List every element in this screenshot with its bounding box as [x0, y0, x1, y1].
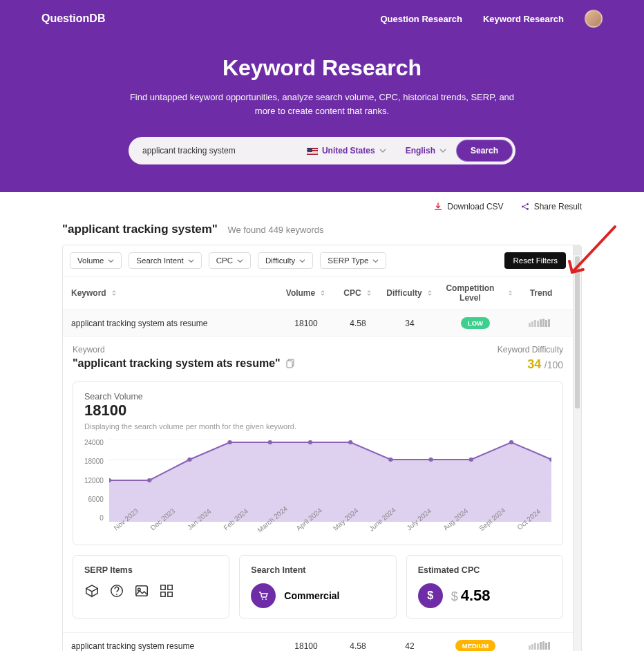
filter-serp-type[interactable]: SERP Type: [320, 252, 386, 269]
chevron-down-icon: [299, 258, 305, 264]
search-bar: United States English Search: [129, 137, 515, 164]
scrollbar[interactable]: [573, 245, 581, 651]
search-input[interactable]: [142, 146, 297, 155]
share-result-button[interactable]: Share Result: [520, 202, 582, 211]
cell-trend: [513, 640, 569, 651]
trend-sparkline-icon: [529, 317, 553, 327]
svg-point-28: [509, 440, 513, 444]
svg-rect-3: [529, 323, 531, 327]
svg-point-27: [468, 457, 473, 462]
chevron-down-icon: [379, 147, 386, 154]
svg-point-19: [147, 478, 151, 482]
country-label: United States: [322, 146, 375, 155]
nav-question-research[interactable]: Question Research: [380, 14, 462, 24]
copy-icon[interactable]: [286, 359, 296, 368]
col-keyword[interactable]: Keyword: [71, 288, 278, 298]
cell-volume: 18100: [278, 319, 334, 328]
svg-point-24: [348, 440, 352, 444]
download-label: Download CSV: [447, 202, 503, 211]
chevron-down-icon: [372, 258, 379, 264]
share-label: Share Result: [534, 202, 582, 211]
competition-badge: LOW: [461, 317, 490, 329]
svg-rect-5: [534, 320, 536, 327]
svg-rect-35: [168, 585, 172, 589]
svg-rect-9: [545, 320, 547, 327]
results-count: We found 449 keywords: [227, 225, 323, 235]
serp-items-card: SERP Items: [73, 555, 229, 619]
chevron-down-icon: [439, 147, 446, 154]
country-select[interactable]: United States: [297, 146, 396, 155]
cart-icon: [251, 583, 276, 608]
chart-y-axis: 24000180001200060000: [84, 439, 109, 522]
dollar-icon: $: [418, 583, 443, 608]
sv-value: 18100: [84, 402, 551, 419]
scroll-thumb[interactable]: [575, 256, 580, 408]
sort-icon: [319, 290, 326, 296]
cpc-value: $4.58: [451, 587, 491, 605]
filter-volume[interactable]: Volume: [70, 252, 122, 269]
search-button[interactable]: Search: [456, 140, 513, 162]
result-actions: Download CSV Share Result: [0, 192, 644, 216]
svg-rect-4: [531, 321, 533, 327]
scroll-up-icon[interactable]: [574, 245, 581, 255]
svg-rect-6: [537, 321, 539, 327]
col-difficulty[interactable]: Difficulty: [382, 288, 437, 298]
svg-point-39: [265, 598, 267, 600]
expanded-kw-value: "applicant tracking system ats resume": [73, 357, 296, 370]
brand-logo[interactable]: QuestionDB: [41, 12, 105, 25]
question-icon: [109, 583, 124, 598]
cell-competition: LOW: [437, 317, 513, 329]
cell-keyword: applicant tracking system ats resume: [71, 319, 278, 328]
language-label: English: [406, 146, 435, 155]
cell-difficulty: 42: [382, 641, 437, 651]
svg-rect-8: [542, 319, 544, 327]
search-intent-card: Search IntentCommercial: [239, 555, 396, 619]
filter-difficulty[interactable]: Difficulty: [258, 252, 313, 269]
sort-icon: [366, 290, 372, 296]
download-csv-button[interactable]: Download CSV: [433, 202, 503, 211]
reset-filters-button[interactable]: Reset Filters: [504, 252, 566, 269]
language-select[interactable]: English: [396, 146, 456, 155]
cell-keyword: applicant tracking system resume: [71, 641, 278, 651]
competition-badge: MEDIUM: [455, 640, 496, 651]
svg-rect-44: [540, 642, 542, 650]
col-competition[interactable]: Competition Level: [437, 283, 513, 303]
share-icon: [520, 202, 530, 211]
svg-rect-41: [531, 644, 533, 650]
page-title: Keyword Research: [0, 55, 644, 81]
table-row[interactable]: applicant tracking system resume181004.5…: [63, 633, 573, 651]
filter-search-intent[interactable]: Search Intent: [129, 252, 201, 269]
svg-point-26: [428, 457, 433, 462]
expanded-detail: KeywordKeyword Difficulty"applicant trac…: [63, 337, 573, 633]
cell-cpc: 4.58: [334, 641, 382, 651]
estimated-cpc-card: Estimated CPC$$4.58: [406, 555, 563, 619]
chart-x-axis: Nov 2023Dec 2023Jan 2024Feb 2024March 20…: [112, 527, 551, 535]
results-query: "applicant tracking system": [62, 223, 218, 236]
filter-bar: Volume Search Intent CPC Difficulty SERP…: [63, 245, 573, 276]
nav-keyword-research[interactable]: Keyword Research: [483, 14, 564, 24]
svg-rect-34: [161, 585, 165, 589]
svg-rect-10: [548, 319, 550, 327]
svg-rect-36: [161, 592, 165, 596]
filter-cpc[interactable]: CPC: [209, 252, 251, 269]
trend-sparkline-icon: [529, 640, 553, 650]
avatar[interactable]: [585, 10, 603, 28]
expanded-kd-label: Keyword Difficulty: [498, 345, 563, 355]
svg-rect-7: [540, 319, 542, 327]
svg-point-38: [262, 598, 263, 600]
svg-point-20: [187, 457, 191, 462]
svg-rect-46: [545, 643, 547, 650]
svg-rect-43: [537, 643, 539, 650]
col-volume[interactable]: Volume: [278, 288, 334, 298]
svg-point-23: [308, 440, 312, 444]
chevron-down-icon: [188, 258, 194, 264]
col-cpc[interactable]: CPC: [334, 288, 382, 298]
expanded-kd-value: 34 /100: [527, 357, 563, 372]
download-icon: [433, 202, 443, 211]
svg-point-21: [227, 440, 231, 444]
image-icon: [134, 583, 149, 598]
results-panel: Volume Search Intent CPC Difficulty SERP…: [62, 245, 582, 651]
svg-rect-37: [168, 592, 172, 596]
cell-volume: 18100: [278, 641, 334, 651]
table-row[interactable]: applicant tracking system ats resume1810…: [63, 310, 573, 337]
